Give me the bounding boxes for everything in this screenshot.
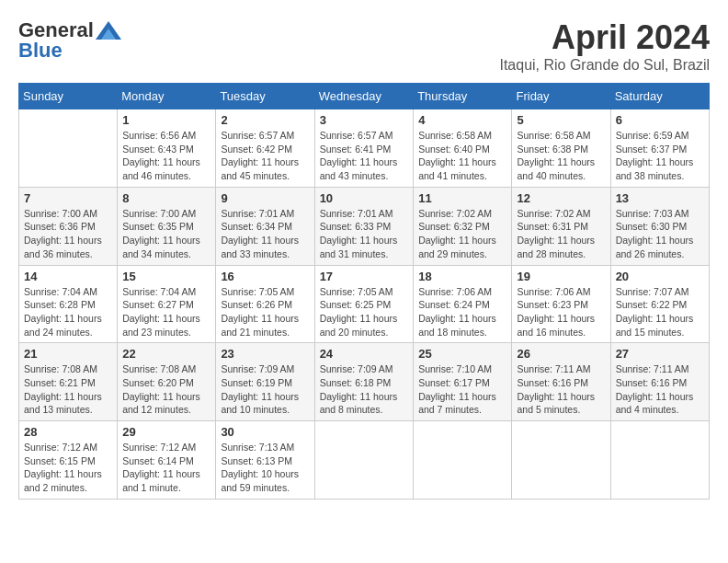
day-number: 19 <box>517 270 605 283</box>
day-number: 26 <box>517 347 605 361</box>
day-number: 28 <box>24 425 112 439</box>
day-number: 25 <box>418 347 506 361</box>
month-title: April 2024 <box>499 18 710 57</box>
day-detail: Sunrise: 7:02 AMSunset: 6:31 PMDaylight:… <box>517 207 605 261</box>
day-detail: Sunrise: 7:05 AMSunset: 6:25 PMDaylight:… <box>320 285 409 339</box>
calendar-cell <box>314 421 414 500</box>
day-detail: Sunrise: 7:01 AMSunset: 6:33 PMDaylight:… <box>320 207 409 261</box>
calendar-cell: 17Sunrise: 7:05 AMSunset: 6:25 PMDayligh… <box>314 265 414 343</box>
calendar-cell: 14Sunrise: 7:04 AMSunset: 6:28 PMDayligh… <box>19 265 118 343</box>
calendar-cell: 25Sunrise: 7:10 AMSunset: 6:17 PMDayligh… <box>414 343 512 421</box>
calendar-cell: 1Sunrise: 6:56 AMSunset: 6:43 PMDaylight… <box>118 109 216 188</box>
calendar-cell: 27Sunrise: 7:11 AMSunset: 6:16 PMDayligh… <box>610 343 709 421</box>
calendar-cell: 18Sunrise: 7:06 AMSunset: 6:24 PMDayligh… <box>414 265 512 343</box>
calendar-cell: 22Sunrise: 7:08 AMSunset: 6:20 PMDayligh… <box>118 343 216 421</box>
day-detail: Sunrise: 7:08 AMSunset: 6:21 PMDaylight:… <box>24 362 112 417</box>
calendar-week-row: 21Sunrise: 7:08 AMSunset: 6:21 PMDayligh… <box>19 343 710 421</box>
day-number: 22 <box>122 347 210 361</box>
day-number: 20 <box>616 270 704 283</box>
day-detail: Sunrise: 7:06 AMSunset: 6:24 PMDaylight:… <box>418 285 506 339</box>
calendar-cell <box>19 109 118 188</box>
day-number: 8 <box>122 191 210 205</box>
calendar-cell: 5Sunrise: 6:58 AMSunset: 6:38 PMDaylight… <box>512 109 610 188</box>
calendar-cell: 9Sunrise: 7:01 AMSunset: 6:34 PMDaylight… <box>216 187 314 265</box>
day-detail: Sunrise: 7:06 AMSunset: 6:23 PMDaylight:… <box>517 285 605 339</box>
logo-icon <box>96 21 121 40</box>
calendar-cell: 16Sunrise: 7:05 AMSunset: 6:26 PMDayligh… <box>216 265 314 343</box>
calendar-cell: 12Sunrise: 7:02 AMSunset: 6:31 PMDayligh… <box>512 187 610 265</box>
day-number: 24 <box>320 347 409 361</box>
day-number: 23 <box>221 347 309 361</box>
calendar-cell: 6Sunrise: 6:59 AMSunset: 6:37 PMDaylight… <box>610 109 709 188</box>
calendar-cell: 20Sunrise: 7:07 AMSunset: 6:22 PMDayligh… <box>610 265 709 343</box>
calendar-cell: 2Sunrise: 6:57 AMSunset: 6:42 PMDaylight… <box>216 109 314 188</box>
calendar-cell: 4Sunrise: 6:58 AMSunset: 6:40 PMDaylight… <box>414 109 512 188</box>
weekday-header: Sunday <box>19 84 118 109</box>
day-detail: Sunrise: 7:09 AMSunset: 6:18 PMDaylight:… <box>320 362 409 417</box>
weekday-header: Tuesday <box>216 84 314 109</box>
weekday-header: Thursday <box>414 84 512 109</box>
day-detail: Sunrise: 6:59 AMSunset: 6:37 PMDaylight:… <box>616 129 704 183</box>
day-number: 1 <box>122 113 210 127</box>
calendar-cell: 23Sunrise: 7:09 AMSunset: 6:19 PMDayligh… <box>216 343 314 421</box>
title-area: April 2024 Itaqui, Rio Grande do Sul, Br… <box>499 18 710 74</box>
day-number: 10 <box>320 191 409 205</box>
day-detail: Sunrise: 7:07 AMSunset: 6:22 PMDaylight:… <box>616 285 704 339</box>
weekday-header: Monday <box>118 84 216 109</box>
day-detail: Sunrise: 7:09 AMSunset: 6:19 PMDaylight:… <box>221 362 309 417</box>
day-detail: Sunrise: 7:04 AMSunset: 6:27 PMDaylight:… <box>122 285 210 339</box>
day-number: 9 <box>221 191 309 205</box>
calendar-cell: 26Sunrise: 7:11 AMSunset: 6:16 PMDayligh… <box>512 343 610 421</box>
day-detail: Sunrise: 7:02 AMSunset: 6:32 PMDaylight:… <box>418 207 506 261</box>
day-detail: Sunrise: 7:10 AMSunset: 6:17 PMDaylight:… <box>418 362 506 417</box>
calendar-cell: 28Sunrise: 7:12 AMSunset: 6:15 PMDayligh… <box>19 421 118 500</box>
day-detail: Sunrise: 7:11 AMSunset: 6:16 PMDaylight:… <box>616 362 704 417</box>
calendar-cell: 19Sunrise: 7:06 AMSunset: 6:23 PMDayligh… <box>512 265 610 343</box>
day-number: 7 <box>24 191 112 205</box>
day-detail: Sunrise: 7:04 AMSunset: 6:28 PMDaylight:… <box>24 285 112 339</box>
calendar-header-row: SundayMondayTuesdayWednesdayThursdayFrid… <box>19 84 710 109</box>
day-detail: Sunrise: 6:57 AMSunset: 6:41 PMDaylight:… <box>320 129 409 183</box>
day-number: 17 <box>320 270 409 283</box>
day-number: 21 <box>24 347 112 361</box>
day-detail: Sunrise: 7:11 AMSunset: 6:16 PMDaylight:… <box>517 362 605 417</box>
calendar-cell: 10Sunrise: 7:01 AMSunset: 6:33 PMDayligh… <box>314 187 414 265</box>
calendar-cell: 30Sunrise: 7:13 AMSunset: 6:13 PMDayligh… <box>216 421 314 500</box>
calendar-cell: 8Sunrise: 7:00 AMSunset: 6:35 PMDaylight… <box>118 187 216 265</box>
day-detail: Sunrise: 6:58 AMSunset: 6:38 PMDaylight:… <box>517 129 605 183</box>
day-detail: Sunrise: 6:56 AMSunset: 6:43 PMDaylight:… <box>122 129 210 183</box>
day-number: 3 <box>320 113 409 127</box>
calendar-cell: 24Sunrise: 7:09 AMSunset: 6:18 PMDayligh… <box>314 343 414 421</box>
day-number: 30 <box>221 425 309 439</box>
calendar-cell: 15Sunrise: 7:04 AMSunset: 6:27 PMDayligh… <box>118 265 216 343</box>
day-detail: Sunrise: 7:13 AMSunset: 6:13 PMDaylight:… <box>221 441 309 495</box>
calendar-cell: 3Sunrise: 6:57 AMSunset: 6:41 PMDaylight… <box>314 109 414 188</box>
calendar-cell: 13Sunrise: 7:03 AMSunset: 6:30 PMDayligh… <box>610 187 709 265</box>
day-number: 5 <box>517 113 605 127</box>
day-number: 6 <box>616 113 704 127</box>
day-number: 27 <box>616 347 704 361</box>
calendar-week-row: 1Sunrise: 6:56 AMSunset: 6:43 PMDaylight… <box>19 109 710 188</box>
weekday-header: Saturday <box>610 84 709 109</box>
day-detail: Sunrise: 7:00 AMSunset: 6:35 PMDaylight:… <box>122 207 210 261</box>
day-number: 4 <box>418 113 506 127</box>
calendar-cell: 11Sunrise: 7:02 AMSunset: 6:32 PMDayligh… <box>414 187 512 265</box>
calendar-table: SundayMondayTuesdayWednesdayThursdayFrid… <box>18 83 710 500</box>
day-number: 12 <box>517 191 605 205</box>
day-number: 18 <box>418 270 506 283</box>
weekday-header: Friday <box>512 84 610 109</box>
day-detail: Sunrise: 7:08 AMSunset: 6:20 PMDaylight:… <box>122 362 210 417</box>
logo-blue-text: Blue <box>18 39 63 63</box>
day-number: 29 <box>122 425 210 439</box>
calendar-week-row: 28Sunrise: 7:12 AMSunset: 6:15 PMDayligh… <box>19 421 710 500</box>
calendar-cell <box>414 421 512 500</box>
day-number: 14 <box>24 270 112 283</box>
calendar-cell: 29Sunrise: 7:12 AMSunset: 6:14 PMDayligh… <box>118 421 216 500</box>
day-number: 16 <box>221 270 309 283</box>
calendar-cell <box>610 421 709 500</box>
calendar-week-row: 14Sunrise: 7:04 AMSunset: 6:28 PMDayligh… <box>19 265 710 343</box>
calendar-cell: 21Sunrise: 7:08 AMSunset: 6:21 PMDayligh… <box>19 343 118 421</box>
day-detail: Sunrise: 7:01 AMSunset: 6:34 PMDaylight:… <box>221 207 309 261</box>
weekday-header: Wednesday <box>314 84 414 109</box>
calendar-week-row: 7Sunrise: 7:00 AMSunset: 6:36 PMDaylight… <box>19 187 710 265</box>
